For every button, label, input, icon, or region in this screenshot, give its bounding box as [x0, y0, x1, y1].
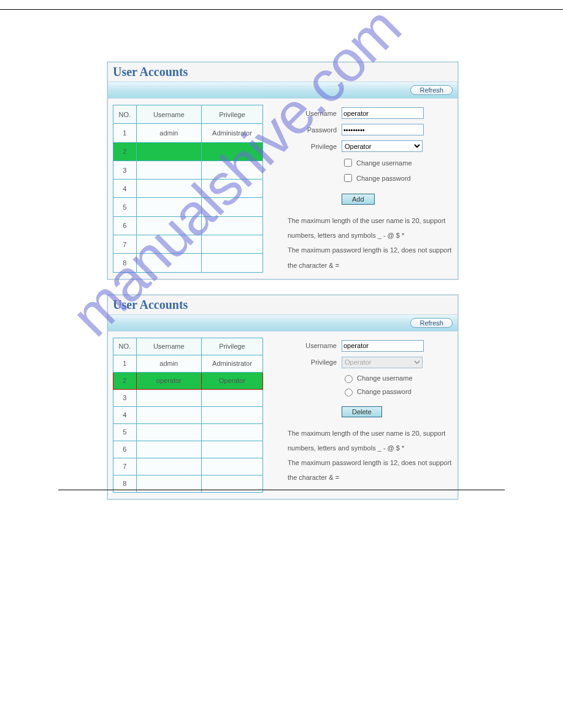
table-row[interactable]: 6 [113, 216, 263, 235]
label-username: Username [288, 342, 342, 349]
table-row[interactable]: 5 [113, 423, 263, 441]
table-row[interactable]: 1adminAdministrator [113, 355, 263, 372]
cell-privilege [201, 254, 262, 272]
table-row[interactable]: 8 [113, 254, 263, 272]
cell-username [136, 198, 201, 216]
change-password-radio[interactable] [345, 389, 353, 396]
col-privilege: Privilege [201, 105, 262, 124]
col-no: NO. [113, 338, 137, 355]
cell-no: 6 [113, 216, 137, 235]
cell-no: 1 [113, 355, 137, 372]
cell-privilege [201, 235, 262, 254]
table-row[interactable]: 2 [113, 142, 263, 161]
form-row-username: Username [288, 107, 453, 119]
col-no: NO. [113, 105, 137, 124]
cell-no: 3 [113, 161, 137, 179]
change-password-option[interactable]: Change password [342, 387, 453, 396]
table-header-row: NO. Username Privilege [113, 105, 263, 124]
cell-privilege: Operator [201, 372, 262, 389]
cell-username [136, 423, 201, 441]
refresh-button[interactable]: Refresh [410, 85, 453, 95]
change-username-option[interactable]: Change username [342, 373, 453, 383]
cell-privilege [201, 198, 262, 216]
hint-text: The maximum length of the user name is 2… [288, 426, 453, 485]
cell-username [136, 142, 201, 161]
change-password-label: Change password [357, 388, 412, 395]
cell-username [136, 161, 201, 179]
change-username-checkbox[interactable] [344, 159, 352, 167]
col-privilege: Privilege [201, 338, 262, 355]
user-accounts-panel-2: User Accounts Refresh NO. Username Privi… [107, 295, 458, 499]
label-password: Password [288, 126, 342, 134]
cell-no: 5 [113, 423, 137, 441]
label-username: Username [288, 110, 342, 117]
cell-privilege [201, 389, 262, 406]
panel-body: NO. Username Privilege 1adminAdministrat… [108, 99, 458, 279]
form-row-password: Password [288, 124, 453, 135]
label-privilege: Privilege [288, 143, 342, 150]
cell-no: 8 [113, 254, 137, 272]
cell-username [136, 458, 201, 475]
cell-username [136, 254, 201, 272]
cell-privilege: Administrator [201, 355, 262, 372]
refresh-button[interactable]: Refresh [410, 318, 453, 328]
change-username-radio[interactable] [345, 375, 353, 383]
change-username-option[interactable]: Change username [342, 157, 453, 169]
form-area: Username Password Privilege Operator Cha… [263, 105, 453, 273]
table-row[interactable]: 6 [113, 441, 263, 458]
cell-privilege [201, 406, 262, 423]
cell-no: 2 [113, 142, 137, 161]
cell-username [136, 389, 201, 406]
user-accounts-panel-1: User Accounts Refresh NO. Username Privi… [107, 62, 458, 279]
add-button[interactable]: Add [342, 194, 375, 205]
form-row-privilege: Privilege Operator [288, 357, 453, 368]
panel-title: User Accounts [108, 63, 458, 82]
cell-no: 7 [113, 235, 137, 254]
cell-username [136, 441, 201, 458]
page-separator [58, 490, 505, 490]
label-privilege: Privilege [288, 358, 342, 366]
privilege-select[interactable]: Operator [342, 140, 423, 152]
delete-button[interactable]: Delete [342, 406, 382, 417]
cell-privilege [201, 216, 262, 235]
cell-username [136, 216, 201, 235]
cell-username: operator [136, 372, 201, 389]
username-input[interactable] [342, 340, 424, 352]
cell-privilege [201, 161, 262, 179]
cell-privilege [201, 180, 262, 198]
change-password-checkbox[interactable] [344, 174, 352, 182]
change-password-label: Change password [356, 175, 411, 182]
privilege-select: Operator [342, 357, 423, 368]
col-username: Username [136, 338, 201, 355]
password-input[interactable] [342, 124, 424, 135]
table-row[interactable]: 1adminAdministrator [113, 124, 263, 142]
cell-username [136, 235, 201, 254]
document-page: manualshive.com User Accounts Refresh NO… [0, 9, 563, 536]
form-row-privilege: Privilege Operator [288, 140, 453, 152]
table-row[interactable]: 5 [113, 198, 263, 216]
cell-no: 4 [113, 406, 137, 423]
table-row[interactable]: 2operatorOperator [113, 372, 263, 389]
cell-privilege [201, 142, 262, 161]
cell-privilege [201, 423, 262, 441]
col-username: Username [136, 105, 201, 124]
table-header-row: NO. Username Privilege [113, 338, 263, 355]
change-password-option[interactable]: Change password [342, 172, 453, 184]
toolbar: Refresh [108, 314, 458, 332]
table-row[interactable]: 3 [113, 389, 263, 406]
table-row[interactable]: 4 [113, 406, 263, 423]
hint-text: The maximum length of the user name is 2… [288, 213, 453, 273]
form-row-username: Username [288, 340, 453, 352]
panel-body: NO. Username Privilege 1adminAdministrat… [108, 332, 458, 499]
accounts-table: NO. Username Privilege 1adminAdministrat… [113, 105, 263, 273]
table-row[interactable]: 3 [113, 161, 263, 179]
username-input[interactable] [342, 107, 424, 119]
cell-no: 1 [113, 124, 137, 142]
cell-no: 7 [113, 458, 137, 475]
cell-no: 3 [113, 389, 137, 406]
table-row[interactable]: 7 [113, 458, 263, 475]
table-row[interactable]: 7 [113, 235, 263, 254]
cell-privilege [201, 441, 262, 458]
table-row[interactable]: 4 [113, 180, 263, 198]
cell-username: admin [136, 355, 201, 372]
